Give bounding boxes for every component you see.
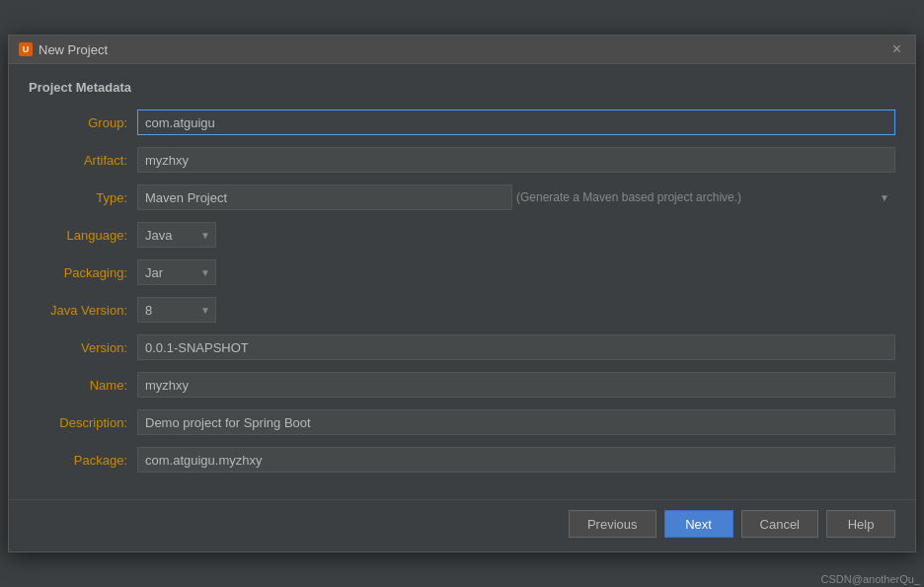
type-hint: (Generate a Maven based project archive.…	[516, 190, 741, 204]
title-bar: U New Project ×	[9, 36, 915, 64]
packaging-label: Packaging:	[29, 265, 137, 280]
language-label: Language:	[29, 228, 137, 243]
type-row: Type: Maven Project Gradle Project ▼ (Ge…	[29, 183, 895, 211]
type-select[interactable]: Maven Project Gradle Project	[137, 184, 512, 210]
packaging-select[interactable]: Jar War	[137, 259, 216, 285]
artifact-label: Artifact:	[29, 153, 137, 168]
name-input[interactable]	[137, 372, 895, 398]
language-row: Language: Java Kotlin Groovy ▼	[29, 221, 895, 249]
section-title: Project Metadata	[29, 80, 895, 95]
app-icon: U	[19, 42, 33, 56]
package-input[interactable]	[137, 447, 895, 473]
description-row: Description:	[29, 408, 895, 436]
packaging-row: Packaging: Jar War ▼	[29, 258, 895, 286]
watermark: CSDN@anotherQu_	[821, 573, 920, 585]
language-select[interactable]: Java Kotlin Groovy	[137, 222, 216, 248]
java-version-dropdown-wrap: 8 11 17 ▼	[137, 297, 216, 323]
group-label: Group:	[29, 115, 137, 130]
version-row: Version:	[29, 333, 895, 361]
artifact-row: Artifact:	[29, 146, 895, 174]
type-label: Type:	[29, 190, 137, 205]
description-input[interactable]	[137, 409, 895, 435]
language-dropdown-wrap: Java Kotlin Groovy ▼	[137, 222, 216, 248]
previous-button[interactable]: Previous	[569, 510, 656, 538]
description-label: Description:	[29, 415, 137, 430]
version-label: Version:	[29, 340, 137, 355]
version-input[interactable]	[137, 334, 895, 360]
java-version-label: Java Version:	[29, 303, 137, 318]
cancel-button[interactable]: Cancel	[741, 510, 818, 538]
title-bar-left: U New Project	[19, 42, 108, 57]
package-label: Package:	[29, 453, 137, 468]
name-label: Name:	[29, 378, 137, 393]
type-dropdown-wrap: Maven Project Gradle Project ▼ (Generate…	[137, 184, 895, 210]
java-version-row: Java Version: 8 11 17 ▼	[29, 296, 895, 324]
dialog-body: Project Metadata Group: Artifact: Type: …	[9, 64, 915, 499]
group-row: Group:	[29, 109, 895, 136]
name-row: Name:	[29, 371, 895, 399]
dialog-footer: Previous Next Cancel Help	[9, 499, 915, 551]
artifact-input[interactable]	[137, 147, 895, 173]
packaging-dropdown-wrap: Jar War ▼	[137, 259, 216, 285]
close-button[interactable]: ×	[888, 41, 905, 57]
type-dropdown-arrow: ▼	[880, 192, 889, 203]
package-row: Package:	[29, 446, 895, 474]
group-input[interactable]	[137, 110, 895, 135]
help-button[interactable]: Help	[826, 510, 895, 538]
java-version-select[interactable]: 8 11 17	[137, 297, 216, 323]
next-button[interactable]: Next	[664, 510, 733, 538]
new-project-dialog: U New Project × Project Metadata Group: …	[8, 35, 916, 552]
dialog-title: New Project	[38, 42, 108, 57]
